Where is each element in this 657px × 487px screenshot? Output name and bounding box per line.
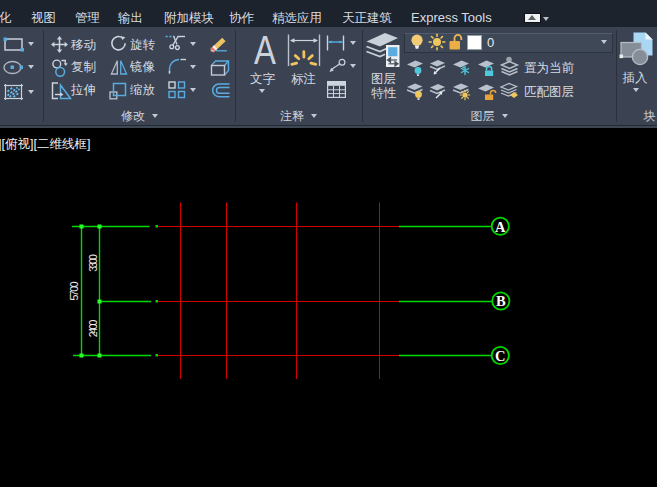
svg-text:C: C — [495, 348, 505, 364]
svg-text:5700: 5700 — [68, 281, 80, 300]
svg-text:A: A — [495, 219, 506, 235]
svg-text:B: B — [496, 293, 506, 309]
svg-text:2400: 2400 — [87, 320, 99, 338]
svg-text:3300: 3300 — [87, 254, 99, 272]
